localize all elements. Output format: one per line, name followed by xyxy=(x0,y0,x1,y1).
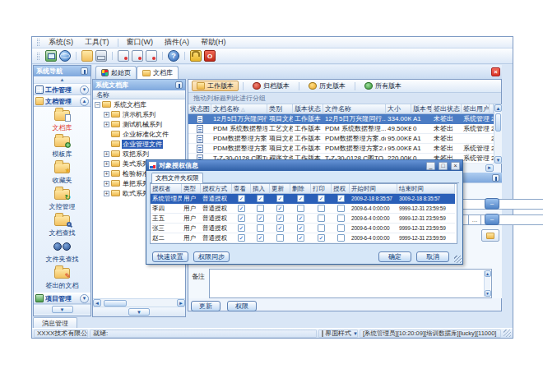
column-header-授权者[interactable]: 授权者 xyxy=(151,184,182,194)
tree-expander-icon[interactable]: + xyxy=(104,151,109,157)
button-归档版本[interactable]: 归档版本 xyxy=(248,81,295,91)
checkbox-unchecked[interactable] xyxy=(297,205,304,212)
permission-row[interactable]: 系统管理员用户普通授权✓✓✓✓✓✓2009-2-18 8:35:573009-2… xyxy=(151,194,457,204)
checkbox-checked[interactable]: ✓ xyxy=(238,195,245,202)
tab-message-management[interactable]: 消息管理 xyxy=(33,317,77,328)
checkbox-checked[interactable]: ✓ xyxy=(257,195,264,202)
sidebar-item-签出的文档[interactable]: ✎签出的文档 xyxy=(34,265,90,291)
sidebar-item-文档查找[interactable]: 文档查找 xyxy=(34,212,90,238)
interface-style-selector[interactable]: 界面样式 ▼ xyxy=(318,330,358,338)
column-header-大小[interactable]: 大小 xyxy=(386,104,411,114)
open-folder-icon[interactable] xyxy=(481,229,499,242)
chevron-up-icon[interactable]: ▲ xyxy=(80,97,89,106)
cancel-button[interactable]: 取消 xyxy=(416,251,449,262)
column-header-授权[interactable]: 授权 xyxy=(332,184,350,194)
file-row[interactable]: 12月5日万兴隆同行...项目文档工作版本12月5日万兴隆同行...334.00… xyxy=(188,114,494,124)
menu-item[interactable]: 窗口(W) xyxy=(121,37,160,48)
column-header-签出用户[interactable]: 签出用户 xyxy=(462,104,490,114)
checkbox-checked[interactable]: ✓ xyxy=(238,234,245,242)
checkbox-checked[interactable]: ✓ xyxy=(318,234,325,242)
permission-row[interactable]: 李四用户普通授权✓✓2009-6-4 0:00:009999-12-31 23:… xyxy=(151,204,457,214)
button-历史版本[interactable]: 历史版本 xyxy=(304,81,350,91)
tab-folder-permissions[interactable]: 文档文件夹权限 xyxy=(151,173,203,183)
column-header-打印[interactable]: 打印 xyxy=(311,184,332,194)
sidebar-group-project[interactable]: 项目管理 ▼ xyxy=(34,293,90,304)
sidebar-item-文档库[interactable]: 文档库 xyxy=(34,107,90,133)
checkbox-unchecked[interactable] xyxy=(318,205,325,212)
tree-node-测试机械系列[interactable]: +测试机械系列 xyxy=(93,119,185,129)
tree-node-双把系列[interactable]: +双把系列 xyxy=(93,149,185,159)
menu-item[interactable]: 系统(S) xyxy=(43,37,79,48)
checkbox-checked[interactable]: ✓ xyxy=(238,224,245,232)
column-header-授权方式[interactable]: 授权方式 xyxy=(201,184,232,194)
checkbox-checked[interactable]: ✓ xyxy=(297,195,304,202)
tab-文档库[interactable]: 文档库 xyxy=(137,66,179,79)
sidebar-item-文件夹查找[interactable]: 文件夹查找 xyxy=(34,238,90,265)
window-page-1-icon[interactable] xyxy=(118,50,129,62)
column-header-删除[interactable]: 删除 xyxy=(290,184,311,194)
dialog-resize-grip[interactable] xyxy=(454,256,462,263)
pin-icon[interactable] xyxy=(175,81,183,89)
chevron-down-icon[interactable]: ▼ xyxy=(128,308,150,316)
tree-node-系统文档库[interactable]: −系统文档库 xyxy=(93,99,185,109)
permission-row[interactable]: 张三用户普通授权✓✓✓2009-6-4 0:00:009999-12-31 23… xyxy=(151,224,457,233)
menu-item[interactable]: 帮助(H) xyxy=(195,37,232,48)
checkbox-unchecked[interactable] xyxy=(337,224,345,232)
checkbox-checked[interactable]: ✓ xyxy=(276,205,284,212)
column-header-查看[interactable]: 查看 xyxy=(232,184,251,194)
column-header-文件名称[interactable]: 文件名称 xyxy=(323,104,386,114)
folder-icon[interactable] xyxy=(81,50,93,62)
globe-icon[interactable] xyxy=(59,50,71,62)
tree-expander-icon[interactable]: + xyxy=(104,181,109,187)
scroll-down-icon[interactable]: ▼ xyxy=(485,290,491,297)
column-header-版本状态[interactable]: 版本状态 xyxy=(293,104,323,114)
column-header-开始时间[interactable]: 开始时间 xyxy=(350,184,397,194)
permission-sync-button[interactable]: 权限同步 xyxy=(193,251,230,262)
checkbox-unchecked[interactable] xyxy=(318,214,325,222)
scroll-thumb[interactable] xyxy=(495,113,501,131)
scroll-right-icon[interactable]: ► xyxy=(485,164,494,172)
sidebar-item-模板库[interactable]: 模板库 xyxy=(34,133,90,159)
chevron-down-icon[interactable]: ▼ xyxy=(80,85,89,95)
file-row[interactable]: PDM数据整理方案2.doc项目文档工作版本PDM数据整理方案2.doc95.0… xyxy=(188,144,494,154)
column-header-文档名称[interactable]: 文档名称△ xyxy=(211,104,267,114)
permission-button[interactable]: 权限 xyxy=(227,301,257,311)
column-header-结束时间[interactable]: 结束时间 xyxy=(397,184,455,194)
tree-expander-icon[interactable]: + xyxy=(104,191,109,196)
printer-icon[interactable] xyxy=(95,50,107,62)
sidebar-scroll-up[interactable]: ▲ xyxy=(34,76,90,84)
scroll-up-icon[interactable]: ▲ xyxy=(485,270,491,277)
scroll-right-icon[interactable]: ► xyxy=(177,299,185,307)
tree-expander-icon[interactable]: + xyxy=(104,161,109,167)
checkbox-checked[interactable]: ✓ xyxy=(276,214,284,222)
checkbox-unchecked[interactable] xyxy=(337,214,345,222)
tab-起始页[interactable]: 起始页 xyxy=(95,66,137,79)
checkbox-checked[interactable]: ✓ xyxy=(297,224,304,232)
scroll-up-icon[interactable]: ▲ xyxy=(494,104,502,112)
tree-expander-icon[interactable]: + xyxy=(104,171,109,177)
sidebar-item-收藏夹[interactable]: ★收藏夹 xyxy=(34,159,90,186)
update-button[interactable]: 更新 xyxy=(191,301,220,311)
tree-node-企业标准化文件[interactable]: 企业标准化文件 xyxy=(93,129,185,139)
help-icon[interactable] xyxy=(168,50,179,62)
remark-scrollbar[interactable]: ▲ ▼ xyxy=(484,270,490,297)
file-row[interactable]: PDM 系统数据整理检...工艺文档工作版本PDM 系统数据整理...49.50… xyxy=(188,124,494,134)
tree-node-企业管理文件[interactable]: 企业管理文件 xyxy=(93,139,185,149)
ok-button[interactable]: 确定 xyxy=(378,251,411,262)
tree-horizontal-scrollbar[interactable]: ◄ ► xyxy=(93,298,185,307)
sidebar-group-work[interactable]: 工作管理 ▼ xyxy=(34,84,90,95)
checkbox-checked[interactable]: ✓ xyxy=(257,234,264,242)
menu-item[interactable]: 工具(T) xyxy=(79,37,115,48)
checkbox-checked[interactable]: ✓ xyxy=(276,224,284,232)
checkbox-checked[interactable]: ✓ xyxy=(257,214,264,222)
window-page-2-icon[interactable] xyxy=(132,50,143,62)
scroll-down-icon[interactable]: ▼ xyxy=(494,156,502,164)
quick-setup-button[interactable]: 快速设置 xyxy=(152,251,188,262)
checkbox-unchecked[interactable] xyxy=(337,205,345,212)
sidebar-group-document[interactable]: 文档管理 ▲ xyxy=(34,95,90,107)
lock-icon[interactable] xyxy=(190,50,202,62)
dialog-title-bar[interactable]: 对象授权信息 _ □ × xyxy=(146,160,462,171)
scroll-thumb[interactable] xyxy=(104,300,127,307)
tree-expander-icon[interactable]: + xyxy=(104,122,109,127)
pin-icon[interactable] xyxy=(81,67,88,75)
